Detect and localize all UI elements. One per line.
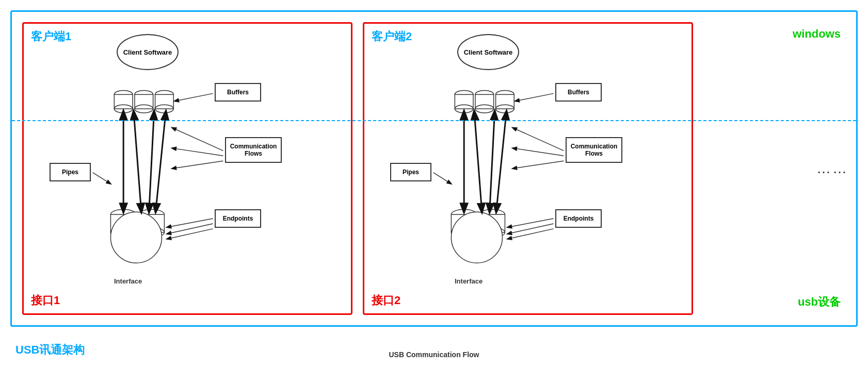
main-container: 客户端1 接口1 Client Software Buffers Communi…: [10, 10, 858, 327]
svg-line-26: [167, 229, 213, 239]
svg-line-54: [507, 229, 553, 239]
client2-endpoints: Endpoints: [555, 209, 602, 228]
client-box-1: 客户端1 接口1 Client Software Buffers Communi…: [22, 22, 352, 315]
svg-line-22: [172, 148, 223, 156]
svg-rect-29: [455, 94, 473, 109]
client1-software: Client Software: [117, 34, 179, 70]
dots: ……: [816, 160, 848, 177]
svg-line-9: [174, 93, 213, 101]
client1-pipes: Pipes: [50, 163, 91, 181]
svg-line-47: [490, 111, 495, 212]
svg-point-16: [110, 212, 162, 263]
client2-buffers: Buffers: [555, 83, 602, 102]
svg-line-24: [167, 219, 213, 227]
windows-label: windows: [793, 27, 841, 41]
svg-rect-7: [155, 94, 174, 109]
svg-line-55: [433, 173, 452, 184]
svg-rect-32: [475, 94, 494, 109]
usb-flow-label: USB Communication Flow: [389, 350, 479, 359]
svg-line-50: [512, 148, 564, 156]
client2-pipes: Pipes: [390, 163, 431, 181]
client-box-2: 客户端2 接口2 Client Software Buffers Communi…: [363, 22, 693, 315]
svg-line-23: [172, 161, 223, 169]
usb-device-label: usb设备: [798, 294, 841, 310]
svg-rect-1: [114, 94, 133, 109]
client2-software: Client Software: [457, 34, 519, 70]
client1-comm-flows: Communication Flows: [225, 137, 282, 163]
svg-rect-35: [496, 94, 515, 109]
svg-line-52: [507, 219, 553, 227]
usb-arch-label: USB讯通架构: [15, 342, 85, 358]
svg-line-46: [474, 111, 482, 212]
svg-line-21: [172, 128, 223, 151]
svg-rect-4: [135, 94, 153, 109]
client2-comm-flows: Communication Flows: [566, 137, 622, 163]
client1-endpoints: Endpoints: [215, 209, 261, 228]
svg-point-44: [451, 212, 502, 263]
client1-buffers: Buffers: [215, 83, 261, 102]
svg-line-37: [515, 93, 553, 101]
svg-line-51: [512, 161, 564, 169]
svg-line-20: [156, 111, 166, 212]
svg-line-49: [512, 128, 564, 151]
svg-line-18: [134, 111, 141, 212]
svg-line-27: [93, 173, 111, 184]
svg-line-53: [507, 224, 553, 234]
dashed-line: [12, 120, 856, 121]
svg-line-48: [496, 111, 507, 212]
svg-line-25: [167, 224, 213, 234]
svg-line-19: [149, 111, 154, 212]
